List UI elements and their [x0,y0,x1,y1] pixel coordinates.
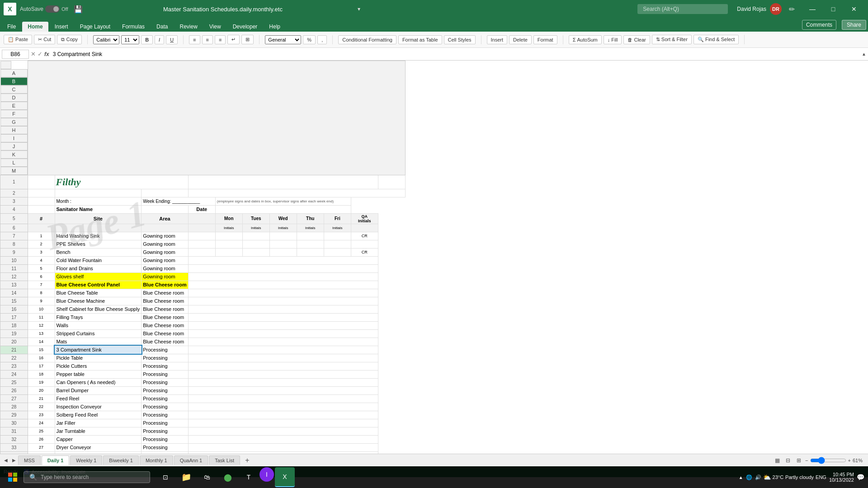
cell-d18[interactable] [188,321,378,329]
conditional-formatting-button[interactable]: Conditional Formatting [338,35,396,44]
cell-a25[interactable]: 19 [28,378,55,386]
cell-d10[interactable] [188,256,378,264]
cell-c2[interactable] [142,189,189,197]
cell-c31[interactable]: Processing [142,427,189,435]
clear-button[interactable]: 🗑 Clear [623,35,650,44]
col-header-k[interactable]: K [0,150,28,159]
cell-b11[interactable]: Floor and Drains [55,264,142,272]
cell-a11[interactable]: 5 [28,264,55,272]
cell-g5[interactable]: Wed [269,213,297,224]
col-header-c[interactable]: C [0,85,28,94]
cell-a17[interactable]: 11 [28,313,55,321]
cell-b13[interactable]: Blue Cheese Control Panel [55,281,142,289]
cell-c8[interactable]: Gowning room [142,240,189,248]
cell-c30[interactable]: Processing [142,419,189,427]
cell-b27[interactable]: Feed Reel [55,394,142,403]
add-sheet-button[interactable]: + [243,456,252,465]
cell-c11[interactable]: Gowning room [142,264,189,272]
cell-c10[interactable]: Gowning room [142,256,189,264]
cell-d1[interactable] [188,175,378,189]
cell-b18[interactable]: Walls [55,321,142,329]
comments-button[interactable]: Comments [802,20,836,30]
cell-a32[interactable]: 26 [28,435,55,443]
cell-c15[interactable]: Blue Cheese room [142,297,189,305]
cell-c3[interactable]: Week Ending: ___________ [142,197,216,205]
cell-b15[interactable]: Blue Cheese Machine [55,297,142,305]
cell-j9[interactable]: CR [351,248,378,256]
cell-c9[interactable]: Gowning room [142,248,189,256]
sheet-tab-biweekly1[interactable]: Biweekly 1 [103,455,139,465]
cell-a10[interactable]: 4 [28,256,55,264]
cell-b4[interactable]: Sanitator Name [55,205,142,213]
notifications-icon[interactable]: 💬 [857,474,864,481]
cell-a6[interactable] [28,224,55,232]
formula-bar-icon-x[interactable]: ✕ [31,51,36,57]
cell-b12[interactable]: Gloves shelf [55,272,142,281]
col-header-i[interactable]: I [0,134,28,142]
cell-i7[interactable] [324,232,351,240]
cell-a14[interactable]: 8 [28,289,55,297]
cell-i9[interactable] [324,248,351,256]
col-header-b[interactable]: B [0,77,28,85]
cell-b6[interactable] [55,224,142,232]
align-center-button[interactable]: ≡ [202,35,213,44]
tab-file[interactable]: File [2,22,21,32]
cell-g7[interactable] [269,232,297,240]
format-cells-button[interactable]: Format [533,35,557,44]
cell-d22[interactable] [188,354,378,362]
cell-g9[interactable] [269,248,297,256]
cell-b10[interactable]: Cold Water Fountain [55,256,142,264]
col-header-l[interactable]: L [0,159,28,167]
cell-b19[interactable]: Stripped Curtains [55,329,142,338]
sheet-tab-quaann1[interactable]: QuaAnn 1 [174,455,208,465]
cell-d5[interactable] [188,213,215,224]
cell-b14[interactable]: Blue Cheese Table [55,289,142,297]
canva-icon[interactable]: I [259,467,274,482]
tab-insert[interactable]: Insert [49,22,74,32]
cell-b32[interactable]: Capper [55,435,142,443]
cell-g8[interactable] [269,240,297,248]
maximize-button[interactable]: □ [823,0,844,18]
cell-d14[interactable] [188,289,378,297]
cell-c5[interactable]: Area [142,213,189,224]
cell-d30[interactable] [188,419,378,427]
cell-b1[interactable]: Filthy [55,175,188,189]
cell-b28[interactable]: Inspection Conveyor [55,403,142,411]
cell-d21[interactable] [188,346,378,354]
taskbar-search-input[interactable] [41,474,131,480]
cell-a34[interactable]: 28 [28,451,55,454]
col-header-m[interactable]: M [0,167,28,175]
page-layout-view-icon[interactable]: ⊟ [783,456,793,465]
cell-reference-input[interactable] [2,50,29,59]
cell-a3[interactable] [28,197,55,205]
cell-c27[interactable]: Processing [142,394,189,403]
cell-c12[interactable]: Gowning room [142,272,189,281]
cell-b7[interactable]: Hand Washing Sink [55,232,142,240]
cell-j1[interactable] [378,175,405,189]
tab-page-layout[interactable]: Page Layout [75,22,116,32]
cell-d13[interactable] [188,281,378,289]
cell-d28[interactable] [188,403,378,411]
cell-d25[interactable] [188,378,378,386]
tab-view[interactable]: View [204,22,226,32]
cell-c19[interactable]: Blue Cheese room [142,329,189,338]
cell-f9[interactable] [242,248,269,256]
cell-i6[interactable]: Initials [324,224,351,232]
cell-b22[interactable]: Pickle Table [55,354,142,362]
cell-d9[interactable] [188,248,215,256]
cell-c29[interactable]: Processing [142,411,189,419]
excel-taskbar-icon[interactable]: X [275,467,295,487]
formula-bar-expand-icon[interactable]: ▲ [862,52,866,56]
cell-a21[interactable]: 15 [28,346,55,354]
col-header-g[interactable]: G [0,118,28,126]
sum-button[interactable]: Σ AutoSum [569,35,602,44]
cell-d34[interactable] [188,451,378,454]
cell-b20[interactable]: Mats [55,338,142,346]
cell-b33[interactable]: Dryer Conveyor [55,443,142,451]
sheet-tab-monthly1[interactable]: Monthly 1 [140,455,173,465]
cell-d24[interactable] [188,370,378,378]
cell-i8[interactable] [324,240,351,248]
tab-formulas[interactable]: Formulas [117,22,150,32]
cell-e9[interactable] [215,248,242,256]
cell-j5[interactable]: QAInitials [351,213,378,224]
